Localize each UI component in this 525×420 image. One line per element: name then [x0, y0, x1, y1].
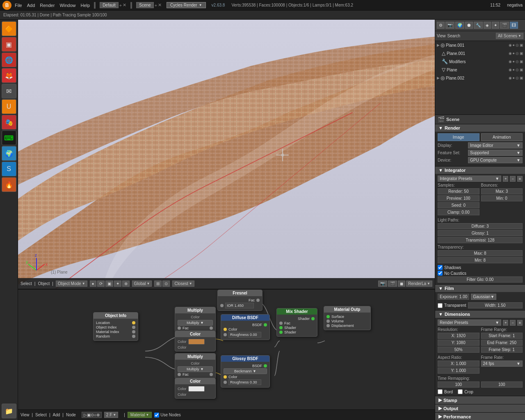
snap-icon[interactable]: ⊞ — [154, 281, 162, 287]
rt-icon-particles[interactable]: ✦ — [492, 22, 499, 29]
frame-step-field[interactable]: Frame Step: 1 — [481, 347, 523, 353]
scene-select[interactable]: Scene — [136, 2, 153, 8]
filter-type-dropdown[interactable]: Gaussian ▼ — [471, 294, 496, 300]
animation-render-btn[interactable]: Animation — [481, 133, 523, 141]
output-section-header[interactable]: ▶ Output — [435, 404, 525, 412]
outliner-item[interactable]: △ Plane.001 ◉ ● ◎ ▣ — [435, 49, 525, 57]
icon-app6[interactable]: 🎭 — [2, 115, 16, 130]
diffuse-bsdf-node[interactable]: Diffuse BSDF BSDF Color — [221, 314, 270, 340]
ne-frame-select[interactable]: 2 F▼ — [104, 412, 118, 418]
ior-input-field[interactable] — [225, 303, 254, 308]
start-frame-field[interactable]: Start Frame: 1 — [481, 333, 523, 339]
multiply2-node[interactable]: Multiply Color Multiply ▼ Fac — [175, 353, 216, 379]
icon-app11[interactable]: 📁 — [2, 404, 16, 418]
integrator-presets-dropdown[interactable]: Integrator Presets ▼ — [438, 176, 501, 182]
outliner-search[interactable]: Search — [447, 34, 461, 38]
ne-icons[interactable]: ▷▣⊙⟐⊕ — [82, 412, 102, 418]
integrator-presets-list[interactable]: ≡ — [517, 176, 523, 182]
oa3-restrict2[interactable]: ● — [513, 59, 515, 64]
viewport-btn3[interactable]: ▣ — [105, 281, 113, 287]
x-res-field[interactable]: X: 1920 — [438, 333, 479, 339]
end-frame-field[interactable]: End Frame: 250 — [481, 340, 523, 346]
icon-terminal[interactable]: ⌨ — [2, 130, 16, 145]
min-bounces-field[interactable]: Min: 0 — [481, 195, 523, 201]
bord-checkbox[interactable] — [438, 389, 443, 394]
scene-icon[interactable]: ◼ — [398, 281, 405, 287]
menu-window[interactable]: Window — [59, 3, 75, 8]
render-presets-remove[interactable]: − — [510, 320, 515, 326]
exposure-field[interactable]: Exposure: 1.00 — [438, 294, 469, 300]
rt-icon-scene2[interactable]: 🎬 — [500, 22, 509, 29]
menu-file[interactable]: File — [15, 3, 22, 8]
rt-icon-material[interactable]: ◈ — [484, 22, 491, 29]
outliner-item[interactable]: ▶ ◎ Plane.001 ◉ ● ◎ ▣ — [435, 41, 525, 49]
oa-restrict2[interactable]: ● — [513, 43, 515, 47]
rt-icon-render-active[interactable]: 🎞 — [510, 22, 518, 29]
use-nodes-checkbox-label[interactable]: Use Nodes — [154, 413, 180, 418]
3d-viewport[interactable]: x y z (1) Plane Select | Object | Object… — [18, 20, 435, 289]
pivot-dropdown[interactable]: Global▼ — [132, 281, 152, 287]
transmissi-field[interactable]: Transmissi: 128 — [438, 237, 523, 243]
oa3-restrict1[interactable]: ◉ — [509, 59, 512, 64]
menu-render[interactable]: Render — [40, 3, 55, 8]
render-presets-add[interactable]: + — [503, 320, 508, 326]
oa-restrict4[interactable]: ▣ — [520, 43, 523, 47]
camera-icon[interactable]: 📷 — [378, 281, 387, 287]
no-caustics-checkbox[interactable] — [438, 271, 443, 276]
rt-icon-settings[interactable]: ⚙ — [437, 22, 445, 29]
integrator-section-header[interactable]: ▼ Integrator — [435, 167, 525, 174]
shadows-checkbox[interactable] — [438, 265, 443, 270]
object-menu[interactable]: Object — [38, 281, 50, 286]
time-remap-old[interactable]: 100 — [438, 381, 479, 388]
oa5-restrict4[interactable]: ▣ — [520, 76, 523, 80]
mode-dropdown[interactable]: Object Mode▼ — [56, 281, 87, 287]
outliner-item[interactable]: ▽ Plane ◉ ● ◎ ▣ — [435, 66, 525, 74]
performance-section-header[interactable]: ▶ Performance — [435, 413, 525, 420]
crop-checkbox[interactable] — [458, 389, 463, 394]
percent-field[interactable]: 50% — [438, 347, 479, 353]
menu-help[interactable]: Help — [81, 3, 90, 8]
glossy-field[interactable]: Glossy: 1 — [438, 230, 523, 236]
film-section-header[interactable]: ▼ Film — [435, 285, 525, 292]
oa-restrict1[interactable]: ◉ — [509, 43, 512, 47]
icon-app3[interactable]: 🦊 — [2, 68, 16, 83]
seed-field[interactable]: Seed: 0 — [438, 202, 479, 208]
icon-app4[interactable]: ✉ — [2, 84, 16, 98]
mix-shader-node[interactable]: Mix Shader Shader Fac Shader — [276, 308, 317, 337]
icon-app2[interactable]: 🌐 — [2, 52, 16, 67]
fresnel-node[interactable]: Fresnel Fac — [217, 290, 262, 311]
icon-app9[interactable]: S — [2, 162, 16, 176]
rt-icon-camera[interactable]: 📷 — [445, 22, 454, 29]
color1-node[interactable]: Color Color Color — [175, 331, 216, 352]
ne-add[interactable]: Add — [53, 413, 60, 417]
glossy-roughness-field[interactable] — [228, 379, 261, 385]
rt-icon-modifier[interactable]: 🔧 — [474, 22, 483, 29]
menu-add[interactable]: Add — [27, 3, 35, 8]
render-section-header[interactable]: ▼ Render — [435, 124, 525, 132]
node-editor-canvas[interactable]: Object Info Location Object Index Materi… — [18, 290, 435, 420]
engine-select[interactable]: Cycles Render▼ — [167, 2, 206, 8]
aspect-x-field[interactable]: X: 1.000 — [438, 361, 479, 367]
feature-dropdown[interactable]: Supported ▼ — [468, 150, 523, 156]
oa3-restrict4[interactable]: ▣ — [520, 59, 523, 64]
diffuse-roughness-field[interactable] — [228, 332, 261, 338]
viewport-btn5[interactable]: ⊕ — [122, 281, 130, 287]
render-field[interactable]: Render: 50 — [438, 188, 479, 194]
ne-node[interactable]: Node — [66, 413, 76, 417]
color-swatch2[interactable] — [188, 386, 205, 392]
icon-app10[interactable]: 🔥 — [2, 177, 16, 192]
viewport-btn4[interactable]: ✦ — [114, 281, 121, 287]
stamp-section-header[interactable]: ▶ Stamp — [435, 396, 525, 404]
y-res-field[interactable]: Y: 1080 — [438, 340, 479, 346]
rt-icon-world[interactable]: 🌍 — [455, 22, 464, 29]
icon-app1[interactable]: ▣ — [2, 37, 16, 52]
icon-app5[interactable]: U — [2, 99, 16, 114]
magnet-icon[interactable]: ⊙ — [162, 281, 170, 287]
icon-app8[interactable]: 🌍 — [2, 146, 16, 161]
multiply-type-select[interactable]: Multiply ▼ — [178, 320, 213, 326]
fps-dropdown[interactable]: 24 fps ▼ — [481, 361, 523, 367]
color-swatch1[interactable] — [188, 339, 205, 345]
object-info-node[interactable]: Object Info Location Object Index Materi… — [93, 312, 138, 341]
diffuse-field[interactable]: Diffuse: 3 — [438, 223, 523, 229]
oa3-restrict3[interactable]: ◎ — [516, 59, 519, 64]
